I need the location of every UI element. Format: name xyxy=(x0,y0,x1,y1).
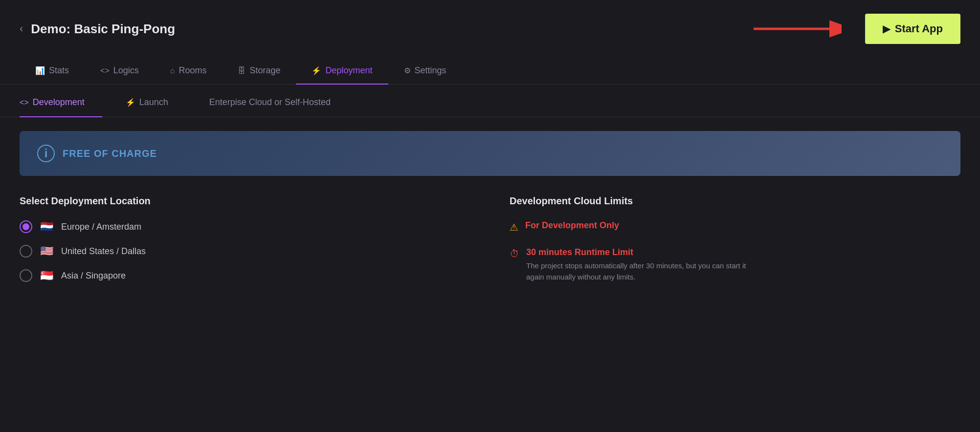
tab-storage-label: Storage xyxy=(249,65,280,76)
red-arrow-icon xyxy=(754,14,842,43)
free-of-charge-banner: i FREE OF CHARGE xyxy=(20,131,960,176)
limit-runtime: ⏱ 30 minutes Runtime Limit The project s… xyxy=(510,247,960,282)
location-list: 🇳🇱 Europe / Amsterdam 🇺🇸 United States /… xyxy=(20,220,470,282)
header-right: ▶ Start App xyxy=(754,14,960,44)
tab-logics-label: Logics xyxy=(113,65,139,76)
flag-dallas: 🇺🇸 xyxy=(40,245,53,258)
limit-dev-only: ⚠ For Development Only xyxy=(510,220,960,234)
stats-icon: 📊 xyxy=(35,66,45,75)
tab-stats-label: Stats xyxy=(49,65,69,76)
launch-icon: ⚡ xyxy=(126,98,135,107)
rooms-icon: ⌂ xyxy=(170,66,175,75)
limit-runtime-content: 30 minutes Runtime Limit The project sto… xyxy=(526,247,761,282)
deployment-location-title: Select Deployment Location xyxy=(20,195,470,207)
tab-settings[interactable]: ⚙ Settings xyxy=(388,58,462,85)
location-dallas-label: United States / Dallas xyxy=(61,246,146,257)
radio-amsterdam[interactable] xyxy=(20,220,32,233)
limit-dev-only-title: For Development Only xyxy=(525,220,619,231)
start-app-button[interactable]: ▶ Start App xyxy=(865,14,960,44)
cloud-limits-section: Development Cloud Limits ⚠ For Developme… xyxy=(510,195,960,296)
location-singapore[interactable]: 🇸🇬 Asia / Singapore xyxy=(20,269,470,282)
tab-storage[interactable]: 🗄 Storage xyxy=(222,58,296,85)
deployment-icon: ⚡ xyxy=(312,66,321,75)
limit-runtime-desc: The project stops automatically after 30… xyxy=(526,260,761,282)
tab-settings-label: Settings xyxy=(415,65,446,76)
radio-dallas[interactable] xyxy=(20,245,32,258)
tab-rooms-label: Rooms xyxy=(178,65,206,76)
sub-tabs: <> Development ⚡ Launch Enterpise Cloud … xyxy=(0,88,980,117)
location-amsterdam[interactable]: 🇳🇱 Europe / Amsterdam xyxy=(20,220,470,233)
radio-singapore[interactable] xyxy=(20,269,32,282)
tab-deployment-label: Deployment xyxy=(325,65,372,76)
header-left: ‹ Demo: Basic Ping-Pong xyxy=(20,22,175,37)
page-title: Demo: Basic Ping-Pong xyxy=(31,22,175,37)
sub-tab-launch-label: Launch xyxy=(139,97,168,108)
flag-singapore: 🇸🇬 xyxy=(40,269,53,282)
back-button[interactable]: ‹ xyxy=(20,22,23,35)
tab-logics[interactable]: <> Logics xyxy=(85,58,155,85)
tab-deployment[interactable]: ⚡ Deployment xyxy=(296,58,388,85)
limit-runtime-title: 30 minutes Runtime Limit xyxy=(526,247,761,258)
play-icon: ▶ xyxy=(883,23,890,35)
free-banner-text: FREE OF CHARGE xyxy=(63,148,157,159)
logics-icon: <> xyxy=(100,66,110,75)
warning-icon: ⚠ xyxy=(510,221,518,233)
tab-stats[interactable]: 📊 Stats xyxy=(20,58,85,85)
nav-tabs: 📊 Stats <> Logics ⌂ Rooms 🗄 Storage ⚡ De… xyxy=(0,58,980,85)
sub-tab-launch[interactable]: ⚡ Launch xyxy=(126,88,186,117)
radio-amsterdam-inner xyxy=(22,223,29,230)
cloud-limits-title: Development Cloud Limits xyxy=(510,195,960,207)
storage-icon: 🗄 xyxy=(238,66,245,75)
start-app-label: Start App xyxy=(895,22,943,35)
clock-icon: ⏱ xyxy=(510,248,519,259)
settings-icon: ⚙ xyxy=(404,66,411,75)
development-icon: <> xyxy=(20,98,29,107)
location-dallas[interactable]: 🇺🇸 United States / Dallas xyxy=(20,245,470,258)
deployment-location-section: Select Deployment Location 🇳🇱 Europe / A… xyxy=(20,195,470,296)
flag-amsterdam: 🇳🇱 xyxy=(40,220,53,233)
location-amsterdam-label: Europe / Amsterdam xyxy=(61,222,141,232)
sub-tab-enterprise-label: Enterpise Cloud or Self-Hosted xyxy=(209,97,331,108)
location-singapore-label: Asia / Singapore xyxy=(61,271,126,281)
limit-dev-only-content: For Development Only xyxy=(525,220,619,234)
sub-tab-development[interactable]: <> Development xyxy=(20,88,102,117)
sub-tab-development-label: Development xyxy=(33,97,85,108)
sub-tab-enterprise[interactable]: Enterpise Cloud or Self-Hosted xyxy=(209,88,348,117)
tab-rooms[interactable]: ⌂ Rooms xyxy=(155,58,223,85)
info-icon: i xyxy=(37,145,55,162)
header: ‹ Demo: Basic Ping-Pong ▶ Start App xyxy=(0,0,980,58)
main-content: Select Deployment Location 🇳🇱 Europe / A… xyxy=(0,176,980,296)
